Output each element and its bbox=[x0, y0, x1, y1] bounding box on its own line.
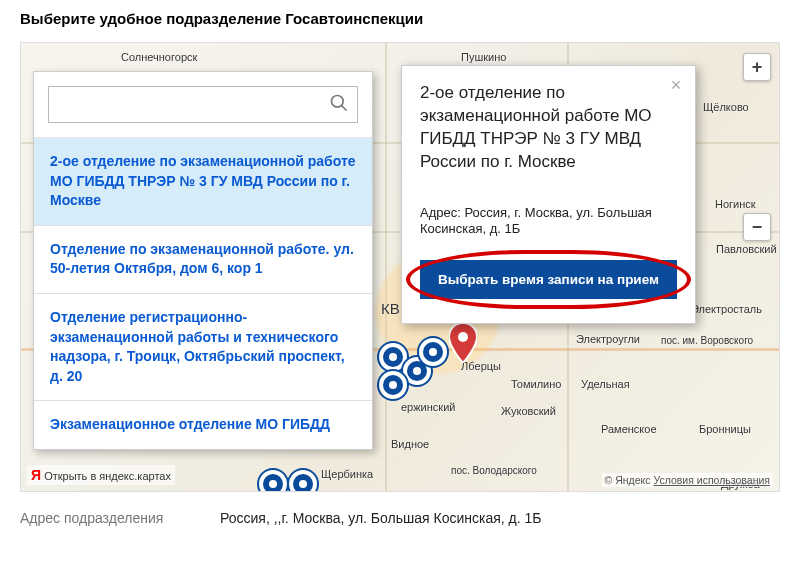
zoom-out-button[interactable]: − bbox=[743, 213, 771, 241]
yandex-open-link[interactable]: Я Открыть в яндекс.картах bbox=[27, 465, 175, 485]
map-attribution: © Яндекс Условия использования bbox=[602, 473, 773, 487]
map-pin[interactable] bbox=[379, 371, 407, 399]
department-sidebar: 2-ое отделение по экзаменационной работе… bbox=[33, 71, 373, 450]
search-icon[interactable] bbox=[329, 93, 349, 116]
yandex-logo-icon: Я bbox=[31, 467, 41, 483]
search-box[interactable] bbox=[48, 86, 358, 123]
map-pin[interactable] bbox=[259, 470, 287, 492]
svg-line-2 bbox=[342, 106, 347, 111]
map-road bbox=[385, 43, 387, 491]
popup-address-label: Адрес: bbox=[420, 205, 464, 220]
popup-title: 2-ое отделение по экзаменационной работе… bbox=[420, 82, 677, 174]
popup-address: Адрес: Россия, г. Москва, ул. Большая Ко… bbox=[420, 204, 677, 236]
zoom-in-button[interactable]: + bbox=[743, 53, 771, 81]
map-pin-selected[interactable] bbox=[449, 323, 477, 363]
terms-link[interactable]: Условия использования bbox=[653, 474, 770, 486]
address-summary-value: Россия, ,,г. Москва, ул. Большая Косинск… bbox=[220, 510, 541, 526]
address-summary-row: Адрес подразделения Россия, ,,г. Москва,… bbox=[20, 492, 780, 526]
svg-point-0 bbox=[458, 332, 468, 342]
page-heading: Выберите удобное подразделение Госавтоин… bbox=[20, 10, 780, 27]
search-row bbox=[34, 72, 372, 138]
department-item[interactable]: Экзаменационное отделение МО ГИБДД bbox=[34, 401, 372, 449]
svg-point-1 bbox=[332, 96, 344, 108]
attribution-brand: © Яндекс bbox=[605, 474, 654, 486]
yandex-open-label: Открыть в яндекс.картах bbox=[44, 470, 171, 482]
map-pin[interactable] bbox=[419, 338, 447, 366]
map-pin[interactable] bbox=[289, 470, 317, 492]
close-icon[interactable]: × bbox=[667, 76, 685, 94]
department-popup: × 2-ое отделение по экзаменационной рабо… bbox=[401, 65, 696, 324]
search-input[interactable] bbox=[57, 97, 329, 113]
department-item[interactable]: Отделение по экзаменационной работе. ул.… bbox=[34, 226, 372, 294]
map-widget[interactable]: Солнечногорск Пушкино Щёлково Ногинск Па… bbox=[20, 42, 780, 492]
choose-time-button[interactable]: Выбрать время записи на прием bbox=[420, 260, 677, 299]
department-item[interactable]: Отделение регистрационно-экзаменационной… bbox=[34, 294, 372, 401]
department-item[interactable]: 2-ое отделение по экзаменационной работе… bbox=[34, 138, 372, 226]
address-summary-label: Адрес подразделения bbox=[20, 510, 220, 526]
